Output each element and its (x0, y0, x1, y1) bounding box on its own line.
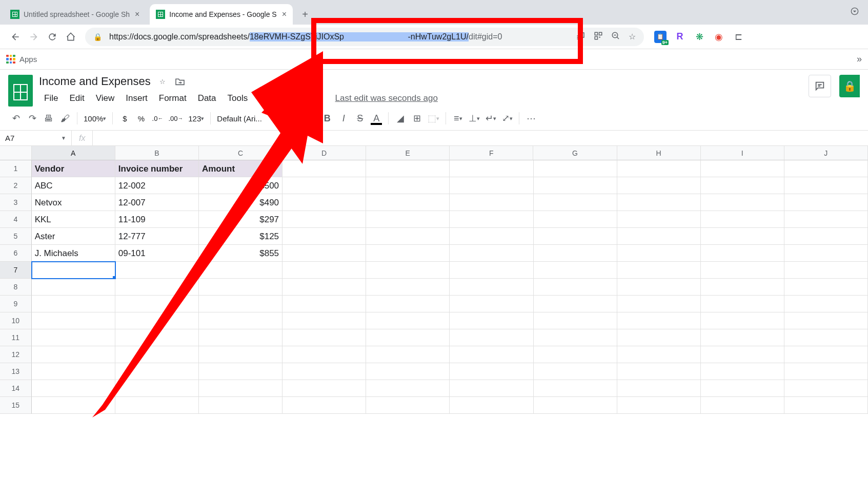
cell[interactable] (282, 228, 366, 245)
col-header-G[interactable]: G (533, 146, 617, 160)
cell[interactable] (115, 296, 199, 312)
cell[interactable] (32, 363, 115, 380)
cell[interactable]: 11-109 (115, 211, 199, 228)
cell[interactable] (282, 346, 366, 363)
row-header[interactable]: 15 (0, 397, 32, 414)
cell[interactable] (701, 329, 784, 346)
v-align-button[interactable]: ⊥ (467, 111, 482, 126)
cell[interactable] (366, 194, 450, 211)
cell[interactable] (32, 296, 115, 312)
cell[interactable]: Invoice number (115, 160, 199, 177)
cell[interactable] (784, 245, 868, 262)
cell[interactable]: Vendor (32, 160, 115, 177)
menu-file[interactable]: File (39, 91, 63, 106)
cell[interactable] (32, 380, 115, 397)
cell[interactable] (282, 296, 366, 312)
cell[interactable] (784, 262, 868, 279)
cell[interactable] (784, 363, 868, 380)
cell[interactable]: Aster (32, 228, 115, 245)
cell[interactable] (450, 211, 533, 228)
cell[interactable] (32, 312, 115, 329)
cell[interactable] (115, 262, 199, 279)
forward-button[interactable] (25, 28, 43, 46)
fill-color-button[interactable]: ◢ (393, 111, 408, 126)
cell[interactable] (366, 177, 450, 194)
cell[interactable] (115, 312, 199, 329)
cell[interactable] (617, 245, 701, 262)
cell[interactable] (534, 160, 617, 177)
cell[interactable] (450, 312, 533, 329)
wrap-button[interactable]: ↵ (483, 111, 498, 126)
cell[interactable] (617, 194, 701, 211)
cell[interactable] (282, 177, 366, 194)
cell[interactable] (534, 279, 617, 296)
print-button[interactable]: 🖶 (41, 111, 56, 126)
cell[interactable] (617, 329, 701, 346)
cell[interactable]: $125 (199, 228, 282, 245)
row-header[interactable]: 9 (0, 296, 32, 312)
increase-decimal-button[interactable]: .00→ (166, 111, 185, 126)
cell[interactable] (534, 245, 617, 262)
cell[interactable] (450, 194, 533, 211)
col-header-D[interactable]: D (282, 146, 366, 160)
zoom-dropdown[interactable]: 100% (82, 111, 108, 126)
cell[interactable] (282, 194, 366, 211)
cell[interactable] (282, 363, 366, 380)
browser-tab-active[interactable]: Income and Expenses - Google S × (150, 4, 293, 25)
cell[interactable] (366, 380, 450, 397)
cell[interactable] (199, 279, 282, 296)
ext-icon-5[interactable]: ⊏ (732, 31, 744, 43)
star-icon[interactable]: ☆ (629, 32, 636, 41)
menu-edit[interactable]: Edit (64, 91, 89, 106)
cell[interactable] (617, 363, 701, 380)
cell[interactable] (450, 397, 533, 414)
cell[interactable] (450, 177, 533, 194)
cell[interactable] (450, 160, 533, 177)
cell[interactable] (534, 194, 617, 211)
row-header[interactable]: 10 (0, 312, 32, 329)
currency-button[interactable]: $ (117, 111, 132, 126)
cell[interactable] (534, 329, 617, 346)
cell[interactable] (282, 312, 366, 329)
percent-button[interactable]: % (133, 111, 149, 126)
cell[interactable] (450, 363, 533, 380)
cell[interactable] (366, 279, 450, 296)
cell[interactable] (701, 380, 784, 397)
comments-button[interactable] (809, 75, 831, 97)
cell[interactable] (450, 279, 533, 296)
cell[interactable] (32, 262, 115, 279)
cell[interactable] (701, 279, 784, 296)
cell[interactable] (617, 160, 701, 177)
cell[interactable] (115, 397, 199, 414)
row-header[interactable]: 2 (0, 177, 32, 194)
col-header-I[interactable]: I (701, 146, 784, 160)
cell[interactable] (701, 194, 784, 211)
cell[interactable] (534, 296, 617, 312)
cell[interactable] (784, 397, 868, 414)
row-header[interactable]: 12 (0, 346, 32, 363)
home-button[interactable] (62, 28, 80, 46)
cell[interactable] (534, 312, 617, 329)
cell[interactable]: 12-007 (115, 194, 199, 211)
cell[interactable] (784, 177, 868, 194)
strikethrough-button[interactable]: S (352, 111, 368, 126)
sheets-logo-icon[interactable] (8, 75, 33, 107)
cell[interactable] (450, 329, 533, 346)
star-icon[interactable]: ☆ (157, 76, 168, 87)
bookmarks-overflow-icon[interactable]: » (857, 54, 862, 65)
col-header-C[interactable]: C (199, 146, 282, 160)
cell[interactable]: 12-777 (115, 228, 199, 245)
cell[interactable] (701, 228, 784, 245)
menu-view[interactable]: View (91, 91, 120, 106)
row-header[interactable]: 6 (0, 245, 32, 262)
cell[interactable] (701, 312, 784, 329)
ext-icon-1[interactable]: 📋9+ (654, 31, 667, 43)
cell[interactable] (115, 380, 199, 397)
cell[interactable] (534, 262, 617, 279)
cell[interactable] (701, 363, 784, 380)
cell[interactable] (617, 312, 701, 329)
cell[interactable] (784, 160, 868, 177)
col-header-B[interactable]: B (115, 146, 199, 160)
cell[interactable] (32, 329, 115, 346)
row-header[interactable]: 13 (0, 363, 32, 380)
